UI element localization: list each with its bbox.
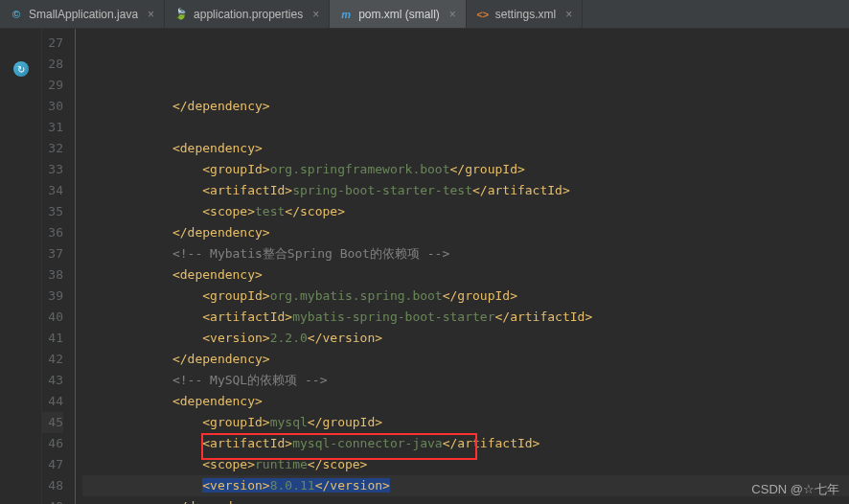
line-number: 27 bbox=[42, 33, 63, 54]
code-line[interactable] bbox=[82, 117, 849, 138]
maven-icon: m bbox=[339, 8, 353, 21]
code-editor[interactable]: </dependency> <dependency> <groupId>org.… bbox=[82, 29, 849, 504]
java-icon: © bbox=[10, 8, 23, 21]
close-icon[interactable]: × bbox=[148, 8, 154, 21]
code-line[interactable]: <version>2.2.0</version> bbox=[82, 328, 849, 349]
tab-2[interactable]: mpom.xml (small)× bbox=[330, 0, 467, 28]
code-line[interactable]: <artifactId>mybatis-spring-boot-starter<… bbox=[82, 307, 849, 328]
tab-label: application.properties bbox=[194, 8, 303, 21]
line-number: 35 bbox=[42, 201, 63, 222]
code-line[interactable]: <dependency> bbox=[82, 264, 849, 286]
code-line[interactable]: <groupId>mysql</groupId> bbox=[82, 412, 849, 433]
code-line[interactable]: <dependency> bbox=[82, 391, 849, 412]
tab-bar: ©SmallApplication.java×🍃application.prop… bbox=[0, 0, 849, 29]
code-line[interactable]: <artifactId>spring-boot-starter-test</ar… bbox=[82, 180, 849, 201]
line-number-gutter: 2728293031323334353637383940414243444546… bbox=[42, 29, 69, 504]
code-line[interactable]: </dependency> bbox=[82, 222, 849, 243]
line-number: 46 bbox=[42, 433, 63, 454]
line-number: 33 bbox=[42, 159, 63, 180]
line-number: 38 bbox=[42, 264, 63, 286]
line-number: 37 bbox=[42, 243, 63, 264]
line-number: 36 bbox=[42, 222, 63, 243]
code-line[interactable]: </dependency> bbox=[82, 349, 849, 370]
line-number: 47 bbox=[42, 454, 63, 475]
close-icon[interactable]: × bbox=[565, 8, 572, 21]
code-line[interactable]: <groupId>org.mybatis.spring.boot</groupI… bbox=[82, 286, 849, 307]
fold-gutter bbox=[69, 29, 82, 504]
tab-label: SmallApplication.java bbox=[29, 8, 138, 21]
watermark-text: CSDN @☆七年 bbox=[751, 481, 839, 498]
tab-label: pom.xml (small) bbox=[358, 8, 440, 21]
line-number: 48 bbox=[42, 475, 63, 496]
line-number: 39 bbox=[42, 286, 63, 307]
tab-1[interactable]: 🍃application.properties× bbox=[165, 0, 330, 28]
code-line[interactable]: <scope>runtime</scope> bbox=[82, 454, 849, 475]
code-line[interactable]: <!-- Mybatis整合Spring Boot的依赖项 --> bbox=[82, 243, 849, 264]
code-line[interactable]: <dependency> bbox=[82, 138, 849, 159]
line-number: 41 bbox=[42, 328, 63, 349]
line-number: 45 bbox=[42, 412, 63, 433]
line-number: 49 bbox=[42, 496, 63, 504]
line-number: 30 bbox=[42, 96, 63, 117]
bean-icon[interactable]: ↻ bbox=[13, 61, 29, 77]
code-line[interactable]: <!-- MySQL的依赖项 --> bbox=[82, 370, 849, 391]
code-line[interactable]: </dependency> bbox=[82, 96, 849, 117]
line-number: 44 bbox=[42, 391, 63, 412]
tab-label: settings.xml bbox=[495, 8, 556, 21]
line-number: 32 bbox=[42, 138, 63, 159]
line-number: 29 bbox=[42, 75, 63, 96]
line-number: 34 bbox=[42, 180, 63, 201]
code-line[interactable]: <version>8.0.11</version> bbox=[82, 475, 849, 496]
editor-workspace: ↻ 27282930313233343536373839404142434445… bbox=[0, 29, 849, 504]
tab-0[interactable]: ©SmallApplication.java× bbox=[0, 0, 165, 28]
code-line[interactable]: <groupId>org.springframework.boot</group… bbox=[82, 159, 849, 180]
code-line[interactable]: </dependency> bbox=[82, 496, 849, 504]
line-number: 42 bbox=[42, 349, 63, 370]
code-line[interactable]: <artifactId>mysql-connector-java</artifa… bbox=[82, 433, 849, 454]
line-number: 28 bbox=[42, 54, 63, 75]
tab-3[interactable]: <>settings.xml× bbox=[467, 0, 583, 28]
line-number: 31 bbox=[42, 117, 63, 138]
code-line[interactable]: <scope>test</scope> bbox=[82, 201, 849, 222]
line-number: 43 bbox=[42, 370, 63, 391]
xml-icon: <> bbox=[476, 8, 490, 21]
leaf-icon: 🍃 bbox=[174, 8, 188, 21]
line-number: 40 bbox=[42, 307, 63, 328]
close-icon[interactable]: × bbox=[312, 8, 319, 21]
left-margin: ↻ bbox=[0, 29, 42, 504]
close-icon[interactable]: × bbox=[449, 8, 456, 21]
